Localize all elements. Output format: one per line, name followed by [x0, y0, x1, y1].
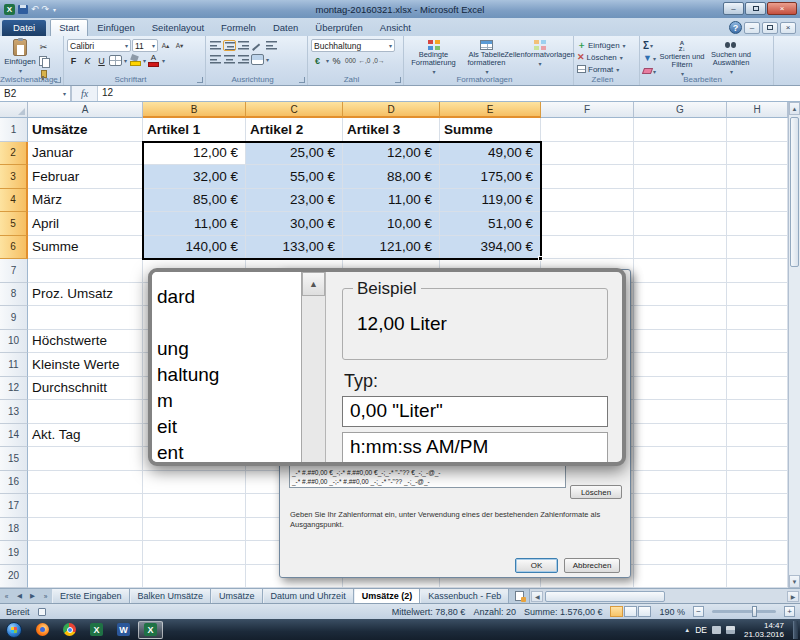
cell-G14[interactable] — [634, 424, 727, 448]
cell-B16[interactable] — [143, 471, 246, 495]
cell-A18[interactable] — [28, 518, 143, 542]
increase-font-icon[interactable]: A▴ — [159, 39, 172, 52]
cell-D5[interactable]: 10,00 € — [343, 212, 440, 236]
row-header-8[interactable]: 8 — [0, 283, 28, 307]
format-code-item[interactable]: _-* #.##0,00 €_-;-* #.##0,00 €_-;_-* "-"… — [292, 468, 563, 477]
category-item[interactable]: dard — [157, 284, 301, 310]
macro-record-icon[interactable] — [38, 608, 46, 616]
cell-D2[interactable]: 12,00 € — [343, 142, 440, 166]
font-size-select[interactable]: 11▾ — [132, 39, 158, 52]
cell-H20[interactable] — [727, 565, 788, 589]
cell-B2[interactable]: 12,00 € — [143, 142, 246, 166]
cell-D6[interactable]: 121,00 € — [343, 236, 440, 260]
start-button[interactable] — [6, 622, 22, 638]
workbook-close-button[interactable]: × — [780, 22, 796, 34]
cell-G11[interactable] — [634, 353, 727, 377]
taskbar-word[interactable] — [111, 621, 136, 639]
cell-styles-button[interactable]: Zellenformatvorlagen ▾ — [513, 39, 566, 75]
thousands-separator-icon[interactable]: 000 — [344, 54, 357, 67]
taskbar-chrome[interactable] — [57, 621, 82, 639]
cell-B4[interactable]: 85,00 € — [143, 189, 246, 213]
dialog-launcher-icon[interactable] — [299, 77, 305, 83]
cell-G8[interactable] — [634, 283, 727, 307]
zoom-slider-thumb[interactable] — [752, 606, 757, 617]
page-layout-view-icon[interactable] — [624, 606, 637, 617]
cell-H4[interactable] — [727, 189, 788, 213]
font-color-icon[interactable] — [147, 54, 160, 67]
row-header-3[interactable]: 3 — [0, 165, 28, 189]
fill-color-icon[interactable] — [128, 54, 141, 67]
taskbar-clock[interactable]: 14:47 21.03.2016 — [740, 621, 788, 639]
sort-filter-button[interactable]: AZ↓ Sortieren und Filtern ▾ — [658, 39, 706, 77]
previous-sheet-icon[interactable]: ◀ — [13, 589, 26, 603]
scroll-right-icon[interactable]: ▶ — [787, 591, 799, 602]
align-center-icon[interactable] — [223, 54, 236, 65]
cell-B5[interactable]: 11,00 € — [143, 212, 246, 236]
cell-E5[interactable]: 51,00 € — [440, 212, 541, 236]
cell-A1[interactable]: Umsätze — [28, 118, 143, 142]
wrap-text-icon[interactable] — [265, 40, 278, 51]
cut-icon[interactable]: ✂ — [37, 40, 50, 53]
category-item[interactable]: ung — [157, 336, 301, 362]
taskbar-firefox[interactable] — [30, 621, 55, 639]
decrease-font-icon[interactable]: A▾ — [173, 39, 186, 52]
cell-A20[interactable] — [28, 565, 143, 589]
cell-A14[interactable]: Akt. Tag — [28, 424, 143, 448]
cell-A19[interactable] — [28, 541, 143, 565]
insert-function-icon[interactable]: fx — [72, 86, 98, 101]
save-icon[interactable] — [18, 5, 28, 14]
percent-icon[interactable]: % — [330, 54, 343, 67]
row-header-6[interactable]: 6 — [0, 236, 28, 260]
zoom-level[interactable]: 190 % — [659, 607, 685, 617]
tab-einfgen[interactable]: Einfügen — [89, 20, 143, 36]
sheet-tab-erste-eingaben[interactable]: Erste Eingaben — [52, 589, 130, 603]
scroll-left-icon[interactable]: ◀ — [531, 591, 543, 602]
cell-C3[interactable]: 55,00 € — [246, 165, 343, 189]
row-header-17[interactable]: 17 — [0, 494, 28, 518]
delete-cells-button[interactable]: ✕ Löschen ▾ — [577, 51, 636, 63]
borders-icon[interactable] — [109, 55, 122, 66]
scroll-down-icon[interactable]: ▼ — [789, 575, 800, 588]
align-left-icon[interactable] — [209, 54, 222, 65]
row-header-9[interactable]: 9 — [0, 306, 28, 330]
row-header-2[interactable]: 2 — [0, 142, 28, 166]
hidden-icons-arrow[interactable]: ▲ — [684, 627, 690, 633]
cell-A12[interactable]: Durchschnitt — [28, 377, 143, 401]
currency-icon[interactable]: € — [311, 54, 324, 67]
row-header-16[interactable]: 16 — [0, 471, 28, 495]
cell-A3[interactable]: Februar — [28, 165, 143, 189]
cell-D4[interactable]: 11,00 € — [343, 189, 440, 213]
cell-A6[interactable]: Summe — [28, 236, 143, 260]
dialog-launcher-icon[interactable] — [395, 77, 401, 83]
tab-berprfen[interactable]: Überprüfen — [307, 20, 371, 36]
align-top-icon[interactable] — [209, 40, 222, 51]
last-sheet-icon[interactable]: » — [39, 589, 52, 603]
taskbar-excel-active[interactable] — [138, 621, 163, 639]
cell-B17[interactable] — [143, 494, 246, 518]
redo-icon[interactable]: ↷ — [42, 4, 50, 14]
tab-ansicht[interactable]: Ansicht — [372, 20, 419, 36]
cell-G15[interactable] — [634, 447, 727, 471]
sheet-tab-kassenbuch-feb[interactable]: Kassenbuch - Feb — [420, 589, 509, 603]
zoom-slider[interactable] — [712, 610, 776, 613]
sheet-tab-ums-tze-2-[interactable]: Umsätze (2) — [354, 589, 421, 603]
horizontal-scroll-thumb[interactable] — [545, 591, 665, 602]
cell-B18[interactable] — [143, 518, 246, 542]
cell-B1[interactable]: Artikel 1 — [143, 118, 246, 142]
delete-format-button[interactable]: Löschen — [570, 485, 622, 499]
format-list-entry[interactable]: h:mm:ss AM/PM — [342, 432, 608, 466]
cell-G2[interactable] — [634, 142, 727, 166]
show-desktop-button[interactable] — [793, 621, 798, 639]
row-header-15[interactable]: 15 — [0, 447, 28, 471]
category-list[interactable]: dardunghaltungmeitent — [152, 272, 302, 462]
cell-H2[interactable] — [727, 142, 788, 166]
copy-icon[interactable] — [37, 54, 50, 67]
cell-C6[interactable]: 133,00 € — [246, 236, 343, 260]
taskbar-excel[interactable] — [84, 621, 109, 639]
cell-H7[interactable] — [727, 259, 788, 283]
cell-H13[interactable] — [727, 400, 788, 424]
page-break-view-icon[interactable] — [638, 606, 651, 617]
align-bottom-icon[interactable] — [237, 40, 250, 51]
cell-B20[interactable] — [143, 565, 246, 589]
cancel-button[interactable]: Abbrechen — [564, 558, 620, 573]
